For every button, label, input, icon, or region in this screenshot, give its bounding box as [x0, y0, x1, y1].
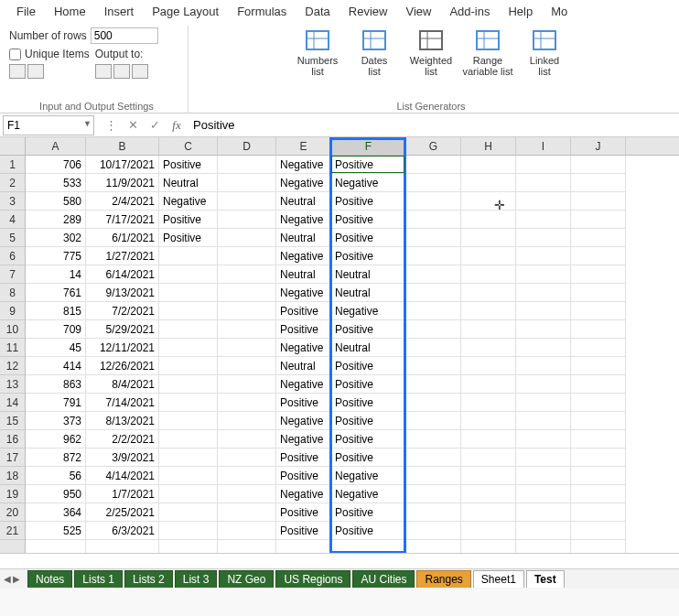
- cell-B17[interactable]: 3/9/2021: [86, 448, 159, 467]
- cell-H21[interactable]: [461, 522, 516, 540]
- cell-B19[interactable]: 1/7/2021: [86, 485, 159, 503]
- cell-I17[interactable]: [516, 448, 571, 467]
- cell-G4[interactable]: [406, 211, 461, 229]
- cell-F13[interactable]: Positive: [331, 375, 406, 394]
- accept-icon[interactable]: ✓: [144, 115, 166, 135]
- cell-I18[interactable]: [516, 467, 571, 485]
- col-header-C[interactable]: C: [159, 137, 218, 155]
- cell-B6[interactable]: 1/27/2021: [86, 247, 159, 265]
- cell-F11[interactable]: Neutral: [331, 339, 406, 357]
- sheet-tab-test[interactable]: Test: [526, 570, 565, 588]
- cell-I2[interactable]: [516, 174, 571, 192]
- cell-A10[interactable]: 709: [26, 320, 86, 339]
- cell-G8[interactable]: [406, 284, 461, 302]
- row-header-20[interactable]: 20: [0, 503, 25, 522]
- cell-B8[interactable]: 9/13/2021: [86, 284, 159, 302]
- cell-E11[interactable]: Negative: [276, 339, 331, 357]
- cell-I8[interactable]: [516, 284, 571, 302]
- cell-D4[interactable]: [218, 211, 276, 229]
- row-header-8[interactable]: 8: [0, 284, 25, 302]
- cell-C9[interactable]: [159, 302, 218, 320]
- col-header-I[interactable]: I: [516, 137, 571, 155]
- cell-J13[interactable]: [571, 375, 626, 394]
- listgen-numbers[interactable]: Numberslist: [292, 26, 343, 77]
- cell-J5[interactable]: [571, 229, 626, 247]
- col-header-J[interactable]: J: [571, 137, 626, 155]
- output-icon-1[interactable]: [95, 64, 112, 79]
- cell-E14[interactable]: Positive: [276, 394, 331, 412]
- cell-F19[interactable]: Negative: [331, 485, 406, 503]
- cell-G1[interactable]: [406, 156, 461, 174]
- cell-G18[interactable]: [406, 467, 461, 485]
- cell-H8[interactable]: [461, 284, 516, 302]
- row-header-15[interactable]: 15: [0, 412, 25, 430]
- cell-D18[interactable]: [218, 467, 276, 485]
- cell-D20[interactable]: [218, 503, 276, 522]
- cell-C15[interactable]: [159, 412, 218, 430]
- sheet-tab-ranges[interactable]: Ranges: [416, 570, 470, 588]
- listgen-dates[interactable]: Dateslist: [349, 26, 400, 77]
- row-header-14[interactable]: 14: [0, 394, 25, 412]
- cell-F9[interactable]: Negative: [331, 302, 406, 320]
- cell-C16[interactable]: [159, 430, 218, 448]
- cell-G5[interactable]: [406, 229, 461, 247]
- cell-A5[interactable]: 302: [26, 229, 86, 247]
- sheet-tab-notes[interactable]: Notes: [27, 570, 72, 588]
- cell-C12[interactable]: [159, 357, 218, 375]
- cell-E10[interactable]: Positive: [276, 320, 331, 339]
- sheet-tab-lists-1[interactable]: Lists 1: [74, 570, 123, 588]
- row-header-7[interactable]: 7: [0, 265, 25, 284]
- cell-A15[interactable]: 373: [26, 412, 86, 430]
- cell-D19[interactable]: [218, 485, 276, 503]
- cell-G15[interactable]: [406, 412, 461, 430]
- cell-H3[interactable]: [461, 192, 516, 211]
- cell-C19[interactable]: [159, 485, 218, 503]
- menu-formulas[interactable]: Formulas: [228, 3, 296, 20]
- sheet-tab-au-cities[interactable]: AU Cities: [352, 570, 415, 588]
- menu-mo[interactable]: Mo: [542, 3, 577, 20]
- name-box[interactable]: F1 ▼: [3, 115, 94, 135]
- cell-H7[interactable]: [461, 265, 516, 284]
- sheet-nav[interactable]: ◀▶: [4, 574, 20, 584]
- cell-I14[interactable]: [516, 394, 571, 412]
- cell-E8[interactable]: Negative: [276, 284, 331, 302]
- cell-H18[interactable]: [461, 467, 516, 485]
- cell-J18[interactable]: [571, 467, 626, 485]
- cell-G9[interactable]: [406, 302, 461, 320]
- cell-H6[interactable]: [461, 247, 516, 265]
- row-header-16[interactable]: 16: [0, 430, 25, 448]
- row-header-2[interactable]: 2: [0, 174, 25, 192]
- cell-B7[interactable]: 6/14/2021: [86, 265, 159, 284]
- cell-B16[interactable]: 2/2/2021: [86, 430, 159, 448]
- cell-A7[interactable]: 14: [26, 265, 86, 284]
- output-icon-3[interactable]: [132, 64, 148, 79]
- cell-G17[interactable]: [406, 448, 461, 467]
- cell-J19[interactable]: [571, 485, 626, 503]
- cell-D12[interactable]: [218, 357, 276, 375]
- cell-G10[interactable]: [406, 320, 461, 339]
- cell-H10[interactable]: [461, 320, 516, 339]
- cell-A18[interactable]: 56: [26, 467, 86, 485]
- settings-icon[interactable]: [9, 64, 26, 79]
- cell-D21[interactable]: [218, 522, 276, 540]
- cell-G7[interactable]: [406, 265, 461, 284]
- cell-J11[interactable]: [571, 339, 626, 357]
- menu-view[interactable]: View: [396, 3, 440, 20]
- cell-I15[interactable]: [516, 412, 571, 430]
- row-header-5[interactable]: 5: [0, 229, 25, 247]
- cell-J16[interactable]: [571, 430, 626, 448]
- cell-D3[interactable]: [218, 192, 276, 211]
- cell-E15[interactable]: Negative: [276, 412, 331, 430]
- cell-D9[interactable]: [218, 302, 276, 320]
- cell-H14[interactable]: [461, 394, 516, 412]
- row-header-18[interactable]: 18: [0, 467, 25, 485]
- cell-E6[interactable]: Negative: [276, 247, 331, 265]
- cell-J8[interactable]: [571, 284, 626, 302]
- sheet-tab-list-3[interactable]: List 3: [175, 570, 218, 588]
- cell-C18[interactable]: [159, 467, 218, 485]
- cell-D11[interactable]: [218, 339, 276, 357]
- col-header-H[interactable]: H: [461, 137, 516, 155]
- row-header-12[interactable]: 12: [0, 357, 25, 375]
- cell-D2[interactable]: [218, 174, 276, 192]
- cancel-icon[interactable]: ✕: [122, 115, 144, 135]
